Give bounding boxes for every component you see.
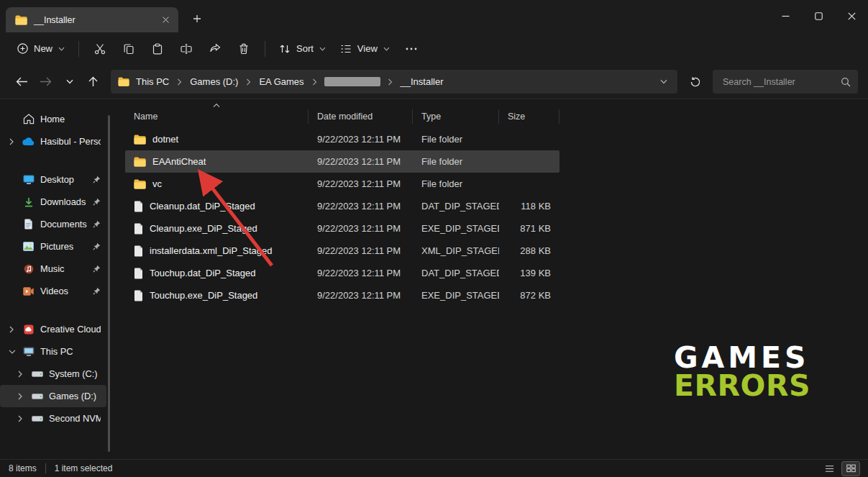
view-button[interactable]: View (333, 38, 397, 60)
sort-button[interactable]: Sort (272, 38, 333, 60)
delete-icon (238, 43, 250, 55)
arrow-up-icon (87, 76, 99, 87)
share-button[interactable] (201, 37, 229, 61)
file-name: vc (152, 178, 162, 189)
close-button[interactable] (835, 0, 868, 32)
sidebar-item-desktop[interactable]: Desktop (0, 168, 106, 191)
recent-locations-button[interactable] (58, 70, 81, 94)
file-date: 9/22/2023 12:11 PM (309, 223, 413, 234)
drive-icon (30, 394, 44, 399)
file-date: 9/22/2023 12:11 PM (309, 178, 413, 189)
sidebar-item-creative-cloud[interactable]: Creative Cloud F (0, 318, 106, 340)
delete-button[interactable] (229, 37, 258, 61)
chevron-right-icon[interactable] (175, 78, 183, 86)
selection-count: 1 item selected (55, 463, 113, 473)
file-icon (134, 201, 143, 212)
chevron-right-icon[interactable] (245, 78, 252, 86)
sidebar-item-onedrive[interactable]: Hasibul - Persor (0, 130, 106, 153)
sidebar-gap (0, 153, 112, 168)
tab-close-icon[interactable] (158, 13, 173, 27)
explorer-tab[interactable]: __Installer (6, 7, 178, 32)
column-header-name[interactable]: Name (125, 109, 309, 124)
chevron-right-icon[interactable] (17, 415, 25, 422)
search-box[interactable] (713, 70, 858, 94)
column-header-size[interactable]: Size (499, 109, 559, 124)
sidebar-item-label: System (C:) (49, 368, 101, 379)
refresh-button[interactable] (683, 70, 707, 94)
chevron-right-icon[interactable] (386, 78, 394, 86)
file-size: 872 KB (499, 290, 559, 301)
breadcrumb-games-d[interactable]: Games (D:) (186, 74, 242, 89)
redacted-breadcrumb-segment (324, 77, 380, 86)
sidebar-item-videos[interactable]: Videos (0, 280, 106, 302)
file-name: EAAntiCheat (152, 156, 206, 167)
location-folder-icon (118, 77, 129, 86)
pin-icon (93, 220, 101, 228)
column-header-date-modified[interactable]: Date modified (309, 109, 413, 124)
breadcrumb-bar[interactable]: This PC Games (D:) EA Games __Installer (111, 70, 677, 94)
onedrive-icon (22, 137, 35, 146)
file-name: Cleanup.dat_DiP_Staged (150, 201, 255, 212)
file-date: 9/22/2023 12:11 PM (309, 268, 413, 278)
more-options-button[interactable] (397, 37, 426, 61)
breadcrumb-installer[interactable]: __Installer (397, 74, 447, 89)
search-input[interactable] (721, 76, 841, 88)
new-tab-button[interactable] (188, 10, 206, 27)
table-row[interactable]: dotnet 9/22/2023 12:11 PM File folder (125, 128, 559, 150)
cut-button[interactable] (86, 37, 114, 61)
new-button[interactable]: New (10, 38, 72, 59)
file-size: 871 KB (499, 223, 559, 234)
chevron-right-icon[interactable] (17, 371, 25, 378)
minimize-button[interactable] (769, 0, 802, 32)
sidebar-item-games-d[interactable]: Games (D:) (0, 385, 106, 407)
file-size: 139 KB (499, 268, 559, 278)
sidebar-item-second-nvme[interactable]: Second NVME (0, 407, 106, 430)
paste-button[interactable] (143, 37, 172, 61)
maximize-button[interactable] (802, 0, 835, 32)
column-header-type[interactable]: Type (413, 109, 499, 124)
table-row[interactable]: Cleanup.exe_DiP_Staged 9/22/2023 12:11 P… (125, 217, 559, 240)
status-divider (45, 463, 46, 473)
table-row[interactable]: Cleanup.dat_DiP_Staged 9/22/2023 12:11 P… (125, 195, 559, 217)
thumbnail-view-button[interactable] (842, 462, 859, 476)
sidebar-item-label: Creative Cloud F (40, 324, 101, 335)
sidebar-item-documents[interactable]: Documents (0, 213, 106, 235)
table-row[interactable]: Touchup.dat_DiP_Staged 9/22/2023 12:11 P… (125, 262, 559, 284)
sort-ascending-icon (213, 103, 220, 108)
table-row[interactable]: installerdata.xml_DiP_Staged 9/22/2023 1… (125, 240, 559, 262)
file-name: installerdata.xml_DiP_Staged (150, 245, 273, 256)
sidebar-item-this-pc[interactable]: This PC (0, 340, 106, 363)
command-bar: New Sort View (0, 32, 868, 65)
sidebar-item-home[interactable]: Home (0, 108, 106, 130)
breadcrumb-this-pc[interactable]: This PC (132, 74, 173, 89)
file-date: 9/22/2023 12:11 PM (309, 201, 413, 212)
table-row[interactable]: Touchup.exe_DiP_Staged 9/22/2023 12:11 P… (125, 284, 559, 306)
file-explorer-window: __Installer New (0, 0, 868, 477)
forward-button[interactable] (34, 70, 58, 94)
paste-icon (152, 43, 163, 55)
sidebar-item-pictures[interactable]: Pictures (0, 235, 106, 258)
chevron-right-icon[interactable] (17, 393, 25, 400)
arrow-right-icon (40, 76, 52, 87)
details-view-button[interactable] (821, 462, 838, 476)
sidebar-scrollbar[interactable] (108, 115, 110, 452)
sidebar-item-system-c[interactable]: System (C:) (0, 363, 106, 385)
table-row[interactable]: vc 9/22/2023 12:11 PM File folder (125, 173, 559, 195)
file-type: DAT_DIP_STAGED ... (413, 201, 499, 212)
sidebar-item-music[interactable]: Music (0, 258, 106, 280)
chevron-down-icon (383, 47, 390, 51)
back-button[interactable] (10, 70, 34, 94)
chevron-right-icon[interactable] (311, 78, 319, 86)
pictures-icon (22, 242, 35, 251)
table-row-selected[interactable]: EAAntiCheat 9/22/2023 12:11 PM File fold… (125, 150, 559, 173)
chevron-right-icon[interactable] (9, 138, 17, 145)
rename-button[interactable] (172, 37, 201, 61)
chevron-right-icon[interactable] (9, 326, 17, 333)
file-type: XML_DIP_STAGED ... (413, 245, 499, 256)
up-button[interactable] (81, 70, 105, 94)
chevron-down-icon[interactable] (9, 349, 17, 355)
sidebar-item-downloads[interactable]: Downloads (0, 191, 106, 213)
breadcrumb-ea-games[interactable]: EA Games (255, 74, 307, 89)
copy-button[interactable] (114, 37, 143, 61)
address-dropdown-icon[interactable] (657, 76, 670, 87)
